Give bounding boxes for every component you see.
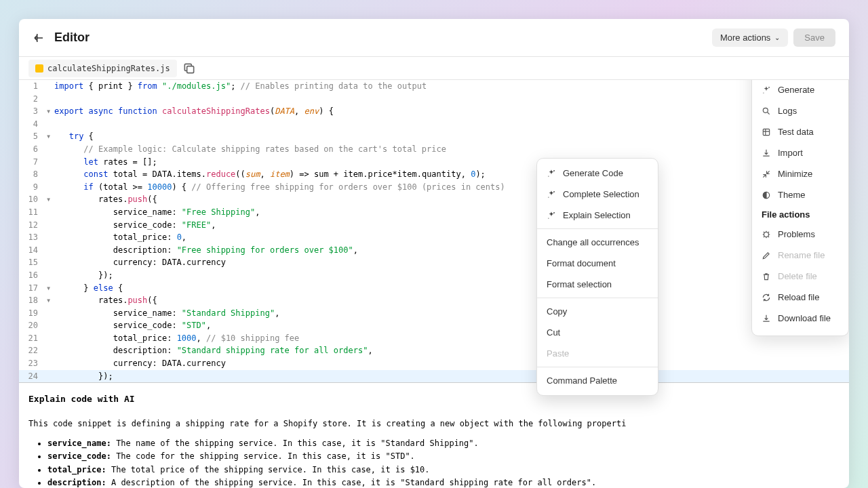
code-line[interactable]: 4 bbox=[19, 118, 849, 131]
svg-point-3 bbox=[553, 191, 555, 192]
explain-intro: This code snippet is defining a shipping… bbox=[28, 418, 840, 430]
code-line[interactable]: 17▾ } else { bbox=[19, 282, 849, 295]
svg-point-8 bbox=[763, 92, 764, 93]
panel-item[interactable]: Problems bbox=[752, 224, 848, 245]
copy-icon[interactable] bbox=[182, 62, 196, 75]
code-line[interactable]: 11 service_name: "Free Shipping", bbox=[19, 206, 849, 219]
context-menu-item[interactable]: Command Palette bbox=[537, 370, 658, 391]
search-icon bbox=[762, 106, 771, 116]
context-menu: Generate CodeComplete SelectionExplain S… bbox=[536, 158, 658, 396]
panel-item: Delete file bbox=[752, 266, 848, 287]
explain-item: service_name: The name of the shipping s… bbox=[47, 437, 840, 450]
theme-icon bbox=[762, 190, 771, 200]
code-line[interactable]: 5▾ try { bbox=[19, 130, 849, 143]
reload-icon bbox=[762, 293, 771, 302]
code-line[interactable]: 18▾ rates.push({ bbox=[19, 294, 849, 307]
context-menu-item: Paste bbox=[537, 343, 658, 364]
code-editor[interactable]: 1import { print } from "./modules.js"; /… bbox=[19, 80, 849, 488]
context-menu-item[interactable]: Explain Selection bbox=[537, 205, 658, 226]
explain-title: Explain code with AI bbox=[28, 392, 840, 407]
panel-item[interactable]: Logs bbox=[752, 100, 848, 121]
code-line[interactable]: 10▾ rates.push({ bbox=[19, 193, 849, 206]
panel-item: Rename file bbox=[752, 245, 848, 266]
explain-item: service_code: The code for the shipping … bbox=[47, 450, 840, 463]
sparkle-icon bbox=[547, 211, 556, 220]
explain-item: description: A description of the shippi… bbox=[47, 476, 840, 488]
svg-point-5 bbox=[553, 212, 555, 214]
chevron-down-icon: ⌄ bbox=[774, 34, 780, 41]
code-line[interactable]: 9 if (total >= 10000) { // Offering free… bbox=[19, 181, 849, 194]
more-actions-button[interactable]: More actions⌄ bbox=[712, 28, 788, 47]
tab-bar: calculateShippingRates.js bbox=[19, 57, 849, 80]
download-icon bbox=[762, 148, 771, 158]
context-menu-item[interactable]: Complete Selection bbox=[537, 184, 658, 205]
actions-panel: Editor actionsRunGenerateLogsTest dataIm… bbox=[751, 80, 849, 336]
panel-item[interactable]: Import bbox=[752, 142, 848, 163]
code-line[interactable]: 19 service_name: "Standard Shipping", bbox=[19, 307, 849, 320]
code-line[interactable]: 23 currency: DATA.currency bbox=[19, 357, 849, 370]
svg-rect-10 bbox=[763, 129, 769, 135]
panel-item[interactable]: Download file bbox=[752, 308, 848, 329]
code-line[interactable]: 6 // Example logic: Calculate shipping r… bbox=[19, 143, 849, 156]
code-line[interactable]: 22 description: "Standard shipping rate … bbox=[19, 344, 849, 357]
svg-point-1 bbox=[553, 170, 555, 171]
code-line[interactable]: 13 total_price: 0, bbox=[19, 231, 849, 244]
editor-area: 1import { print } from "./modules.js"; /… bbox=[19, 80, 849, 488]
code-line[interactable]: 14 description: "Free shipping for order… bbox=[19, 244, 849, 257]
pencil-icon bbox=[762, 251, 771, 260]
page-title: Editor bbox=[54, 30, 703, 45]
sparkle-icon bbox=[762, 85, 771, 95]
data-icon bbox=[762, 127, 771, 137]
js-file-icon bbox=[35, 64, 43, 73]
bug-icon bbox=[762, 230, 771, 239]
svg-point-9 bbox=[763, 108, 768, 113]
code-line[interactable]: 12 service_code: "FREE", bbox=[19, 219, 849, 232]
panel-header: File actions bbox=[752, 205, 848, 224]
panel-item[interactable]: Generate bbox=[752, 80, 848, 100]
context-menu-item[interactable]: Copy bbox=[537, 301, 658, 322]
save-button[interactable]: Save bbox=[793, 28, 835, 47]
context-menu-item[interactable]: Cut bbox=[537, 322, 658, 343]
context-menu-item[interactable]: Generate Code bbox=[537, 163, 658, 184]
trash-icon bbox=[762, 272, 771, 281]
code-line[interactable]: 3▾export async function calculateShippin… bbox=[19, 105, 849, 118]
sparkle-icon bbox=[547, 169, 556, 178]
panel-item[interactable]: Reload file bbox=[752, 287, 848, 308]
panel-item[interactable]: Test data bbox=[752, 121, 848, 142]
svg-point-2 bbox=[548, 176, 549, 176]
code-line[interactable]: 16 }); bbox=[19, 269, 849, 282]
svg-rect-0 bbox=[186, 66, 193, 73]
code-line[interactable]: 21 total_price: 1000, // $10 shipping fe… bbox=[19, 332, 849, 345]
minimize-icon bbox=[762, 169, 771, 179]
svg-point-12 bbox=[764, 232, 769, 237]
file-tab[interactable]: calculateShippingRates.js bbox=[28, 60, 177, 77]
header: Editor More actions⌄ Save bbox=[19, 19, 849, 57]
sparkle-icon bbox=[547, 190, 556, 199]
code-line[interactable]: 7 let rates = []; bbox=[19, 156, 849, 169]
context-menu-item[interactable]: Format selection bbox=[537, 274, 658, 295]
context-menu-item[interactable]: Change all occurrences bbox=[537, 232, 658, 253]
context-menu-item[interactable]: Format document bbox=[537, 253, 658, 274]
svg-point-6 bbox=[548, 218, 549, 218]
code-line[interactable]: 24 }); bbox=[19, 370, 849, 383]
back-icon[interactable] bbox=[33, 32, 45, 44]
code-line[interactable]: 1import { print } from "./modules.js"; /… bbox=[19, 80, 849, 93]
panel-item[interactable]: Minimize bbox=[752, 163, 848, 184]
download-icon bbox=[762, 314, 771, 323]
tab-filename: calculateShippingRates.js bbox=[47, 64, 170, 73]
svg-point-7 bbox=[768, 87, 770, 88]
explain-item: total_price: The total price of the ship… bbox=[47, 464, 840, 476]
code-line[interactable]: 20 service_code: "STD", bbox=[19, 319, 849, 332]
svg-point-4 bbox=[548, 197, 549, 197]
explain-panel: Explain code with AI This code snippet i… bbox=[19, 382, 849, 488]
code-line[interactable]: 15 currency: DATA.currency bbox=[19, 256, 849, 269]
code-line[interactable]: 8 const total = DATA.items.reduce((sum, … bbox=[19, 168, 849, 181]
panel-item[interactable]: Theme bbox=[752, 184, 848, 205]
code-line[interactable]: 2 bbox=[19, 93, 849, 106]
